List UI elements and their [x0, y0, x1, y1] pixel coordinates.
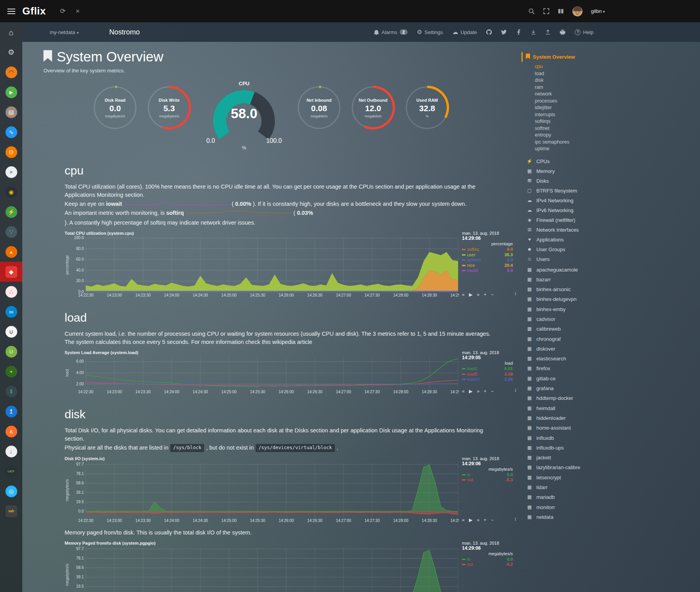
menu-app-item[interactable]: home-assistant: [526, 423, 617, 433]
menu-subitem[interactable]: network: [535, 91, 617, 98]
menu-app-item[interactable]: heimdall: [526, 403, 617, 413]
facebook-icon[interactable]: [516, 29, 521, 35]
app-shortcut[interactable]: ◆: [0, 262, 22, 282]
app-shortcut[interactable]: ▲: [0, 242, 22, 262]
menu-app-item[interactable]: lidarr: [526, 482, 617, 492]
close-icon[interactable]: ×: [76, 7, 80, 15]
pgpgio-chart-plot[interactable]: 0.019.539.158.678.197.714:22:3014:23:001…: [65, 546, 459, 592]
gauge-net-outbound[interactable]: Net Outbound12.0megabits/s: [350, 85, 396, 131]
menu-subitem[interactable]: uptime: [535, 146, 617, 153]
refresh-icon[interactable]: ⟳: [60, 7, 65, 15]
chart-resize-handle[interactable]: ↕: [514, 387, 517, 393]
load-chart-plot[interactable]: 2.004.006.0014:22:3014:23:0014:23:3014:2…: [65, 355, 459, 394]
hamburger-menu-icon[interactable]: [0, 9, 22, 14]
menu-app-item[interactable]: elasticsearch: [526, 354, 617, 363]
menu-app-item[interactable]: cadvisor: [526, 314, 617, 324]
gauge-net-inbound[interactable]: Net Inbound0.08megabits/s: [296, 85, 342, 131]
menu-section[interactable]: ▦Memory: [526, 166, 617, 176]
gauge-used-ram[interactable]: Used RAM32.8%: [404, 85, 450, 131]
avatar[interactable]: [572, 6, 583, 16]
app-shortcut[interactable]: ◎: [0, 481, 22, 501]
menu-section[interactable]: ⛃Disks: [526, 176, 617, 186]
menu-app-item[interactable]: netdata: [526, 512, 617, 522]
menu-section[interactable]: ⊞Network Interfaces: [526, 225, 617, 235]
download-icon[interactable]: [531, 30, 536, 35]
menu-app-item[interactable]: monitorr: [526, 502, 617, 512]
menu-section[interactable]: ♥Applications: [526, 235, 617, 245]
menu-subitem[interactable]: cpu: [535, 63, 617, 70]
cpu-chart[interactable]: Total CPU utilization (system.cpu) 0.020…: [65, 231, 514, 298]
app-shortcut[interactable]: sab: [0, 501, 22, 521]
app-shortcut[interactable]: ‖: [0, 381, 22, 401]
menu-app-item[interactable]: hiddenloader: [526, 413, 617, 423]
app-shortcut[interactable]: ⚙: [0, 42, 22, 62]
cpu-chart-plot[interactable]: 0.020.040.060.080.0100.014:22:3014:23:00…: [65, 236, 459, 298]
menu-subitem[interactable]: idlejitter: [535, 104, 617, 112]
menu-subitem[interactable]: load: [535, 70, 617, 77]
menu-subitem[interactable]: interrupts: [535, 112, 617, 119]
menu-section[interactable]: ▢BTRFS filesystem: [526, 186, 617, 196]
tabs-icon[interactable]: [558, 8, 564, 14]
chart-toolbar[interactable]: «▶»+−: [462, 292, 513, 298]
upload-icon[interactable]: [545, 30, 550, 35]
github-icon[interactable]: [486, 29, 492, 35]
alarms-button[interactable]: Alarms 2: [374, 29, 408, 35]
menu-app-item[interactable]: binhex-emby: [526, 304, 617, 314]
menu-app-item[interactable]: diskover: [526, 344, 617, 354]
app-shortcut[interactable]: ●: [0, 362, 22, 381]
menu-app-item[interactable]: gitlab-ce: [526, 374, 617, 383]
menu-app-item[interactable]: influxdb: [526, 433, 617, 443]
update-button[interactable]: ☁Update: [452, 29, 477, 36]
app-shortcut[interactable]: ∿: [0, 122, 22, 142]
fullscreen-icon[interactable]: [543, 8, 549, 14]
menu-app-item[interactable]: calibreweb: [526, 324, 617, 334]
gauge-cpu[interactable]: CPU 58.0 0.0100.0 %: [204, 81, 284, 151]
menu-subitem[interactable]: ram: [535, 84, 617, 91]
chart-resize-handle[interactable]: ↕: [514, 290, 517, 296]
twitter-icon[interactable]: [501, 29, 507, 35]
menu-section[interactable]: ☁IPv6 Networking: [526, 205, 617, 215]
menu-app-item[interactable]: chronograf: [526, 334, 617, 344]
app-shortcut[interactable]: ◉: [0, 182, 22, 202]
menu-app-item[interactable]: firefox: [526, 363, 617, 373]
load-chart[interactable]: System Load Average (system.load) 2.004.…: [65, 350, 514, 394]
menu-section[interactable]: ☻User Groups: [526, 245, 617, 254]
app-shortcut[interactable]: ◠: [0, 62, 22, 82]
print-icon[interactable]: [560, 29, 565, 35]
app-shortcut[interactable]: ∧: [0, 421, 22, 441]
menu-subitem[interactable]: disk: [535, 77, 617, 84]
help-button[interactable]: ?Help: [575, 29, 594, 35]
menu-app-item[interactable]: hddtemp-docker: [526, 393, 617, 403]
menu-app-item[interactable]: lazylibrarian-calibre: [526, 462, 617, 472]
menu-section[interactable]: ⚡CPUs: [526, 157, 617, 166]
menu-section[interactable]: ☺Users: [526, 254, 617, 264]
app-shortcut[interactable]: ▤: [0, 102, 22, 122]
chart-toolbar[interactable]: «▶»+−: [462, 389, 513, 394]
app-shortcut[interactable]: ↥: [0, 401, 22, 421]
menu-app-item[interactable]: mariadb: [526, 492, 617, 502]
gauge-disk-write[interactable]: Disk Write5.3megabytes/s: [146, 85, 192, 131]
settings-button[interactable]: ⚙Settings: [417, 29, 443, 36]
app-shortcut[interactable]: ∵: [0, 222, 22, 242]
menu-subitem[interactable]: softirqs: [535, 118, 617, 125]
disk-io-chart[interactable]: Disk I/O (system.io) 0.019.539.158.678.1…: [65, 456, 514, 523]
menu-subitem[interactable]: entropy: [535, 132, 617, 139]
menu-app-item[interactable]: binhex-delugevpn: [526, 294, 617, 304]
app-shortcut[interactable]: ▶: [0, 82, 22, 102]
pgpgio-chart[interactable]: Memory Paged from/to disk (system.pgpgio…: [65, 541, 514, 592]
menu-subitem[interactable]: processes: [535, 98, 617, 105]
menu-section[interactable]: ◈Firewall (netfilter): [526, 215, 617, 225]
menu-app-item[interactable]: bazarr: [526, 275, 617, 284]
server-dropdown[interactable]: my-netdata▾: [50, 29, 79, 35]
menu-app-item[interactable]: apacheguacamole: [526, 265, 617, 275]
disk-io-chart-plot[interactable]: 0.019.539.158.678.197.714:22:3014:23:001…: [65, 461, 459, 523]
menu-app-item[interactable]: influxdb-ups: [526, 443, 617, 453]
app-shortcut[interactable]: ∴: [0, 282, 22, 302]
gauge-disk-read[interactable]: Disk Read0.0megabytes/s: [92, 85, 138, 131]
menu-app-item[interactable]: binhex-airsonic: [526, 284, 617, 294]
search-icon[interactable]: [529, 8, 535, 14]
menu-app-item[interactable]: grafana: [526, 383, 617, 393]
menu-system-overview[interactable]: System Overview: [521, 52, 617, 62]
user-menu[interactable]: gilbn▾: [591, 8, 605, 14]
app-shortcut[interactable]: ⌂: [0, 22, 22, 42]
